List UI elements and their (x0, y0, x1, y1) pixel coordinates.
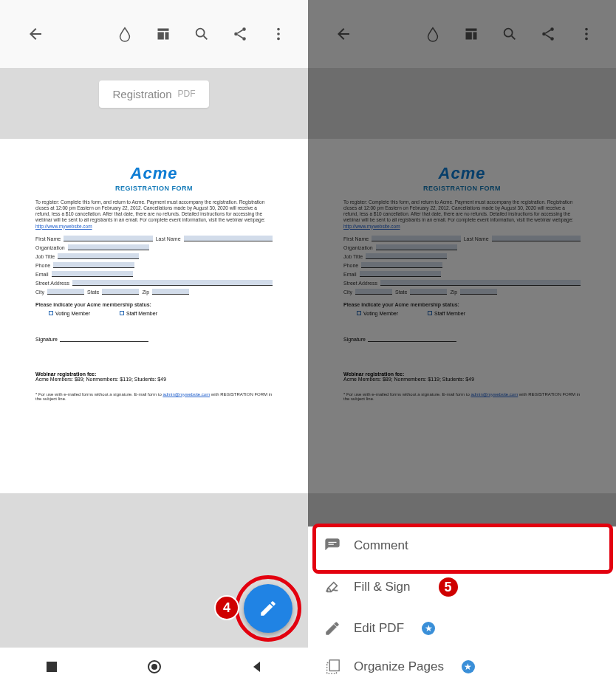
logo: Acme (35, 164, 273, 183)
instructions: To register: Complete this form, and ret… (35, 199, 273, 230)
city-field[interactable] (47, 289, 84, 295)
fee-label: Webinar registration fee: (35, 371, 273, 377)
nav-home[interactable] (146, 658, 163, 676)
svg-point-10 (277, 28, 280, 31)
footnote: * For use with e-mailed forms without a … (35, 392, 273, 401)
staff-member-checkbox[interactable]: Staff Member (120, 311, 157, 316)
membership-prompt: Please indicate your Acme membership sta… (35, 302, 273, 307)
annotation-badge-5: 5 (437, 576, 459, 598)
star-icon: ★ (462, 660, 475, 673)
annotation-badge-4: 4 (214, 595, 239, 620)
webpage-link[interactable]: http://www.mywebsite.com (35, 224, 92, 229)
svg-line-4 (204, 36, 208, 40)
action-label: Fill & Sign (354, 580, 411, 594)
voting-member-checkbox[interactable]: Voting Member (49, 311, 90, 316)
jobtitle-field[interactable] (58, 253, 139, 259)
svg-rect-1 (158, 32, 164, 40)
svg-rect-0 (158, 29, 169, 31)
action-label: Edit PDF (354, 621, 404, 636)
phone-field[interactable] (53, 262, 134, 268)
toolbar (0, 0, 308, 68)
action-edit-pdf[interactable]: Edit PDF ★ (308, 609, 616, 648)
nav-back[interactable] (248, 658, 266, 676)
organization-field[interactable] (68, 244, 149, 250)
star-icon: ★ (422, 622, 435, 635)
svg-rect-2 (165, 32, 169, 40)
email-field[interactable] (52, 271, 133, 277)
search-icon[interactable] (185, 18, 218, 50)
first-name-field[interactable] (64, 236, 152, 241)
document-area: Acme REGISTRATION FORM To register: Comp… (0, 120, 308, 539)
action-fill-sign[interactable]: Fill & Sign 5 (308, 565, 616, 609)
doc-title: Registration (112, 88, 171, 100)
svg-rect-32 (329, 660, 339, 671)
svg-line-9 (237, 35, 242, 38)
action-organize[interactable]: Organize Pages ★ (308, 648, 616, 686)
annotation-ring (235, 575, 301, 642)
street-field[interactable] (72, 280, 273, 286)
signature-line[interactable] (60, 337, 148, 342)
left-pane: Registration PDF Acme REGISTRATION FORM … (0, 0, 308, 686)
svg-point-15 (151, 664, 157, 670)
svg-rect-13 (47, 662, 57, 672)
more-icon[interactable] (262, 18, 295, 50)
fab-container (244, 584, 292, 633)
action-label: Organize Pages (354, 659, 444, 674)
pdf-page[interactable]: Acme REGISTRATION FORM To register: Comp… (0, 139, 308, 493)
svg-point-12 (277, 38, 280, 41)
form-title: REGISTRATION FORM (35, 185, 273, 192)
svg-point-11 (277, 32, 280, 35)
svg-point-3 (196, 29, 205, 37)
back-button[interactable] (19, 18, 52, 50)
doc-type: PDF (178, 89, 196, 99)
liquid-mode-icon[interactable] (109, 18, 141, 50)
svg-line-8 (237, 30, 242, 34)
document-badge[interactable]: Registration PDF (99, 80, 208, 108)
doc-badge-area: Registration PDF (0, 68, 308, 120)
android-nav (0, 647, 308, 686)
layout-icon[interactable] (147, 18, 179, 50)
fee-details: Acme Members: $89; Nonmembers: $119; Stu… (35, 377, 273, 382)
actions-sheet: Comment Fill & Sign 5 Edit PDF ★ Organiz… (308, 526, 616, 686)
last-name-field[interactable] (184, 236, 273, 241)
action-label: Comment (354, 538, 408, 553)
state-field[interactable] (102, 289, 139, 295)
nav-recent[interactable] (43, 658, 61, 676)
zip-field[interactable] (152, 289, 189, 295)
action-comment[interactable]: Comment (308, 526, 616, 565)
right-pane: Acme REGISTRATION FORM To register: Comp… (308, 0, 616, 686)
share-icon[interactable] (224, 18, 256, 50)
